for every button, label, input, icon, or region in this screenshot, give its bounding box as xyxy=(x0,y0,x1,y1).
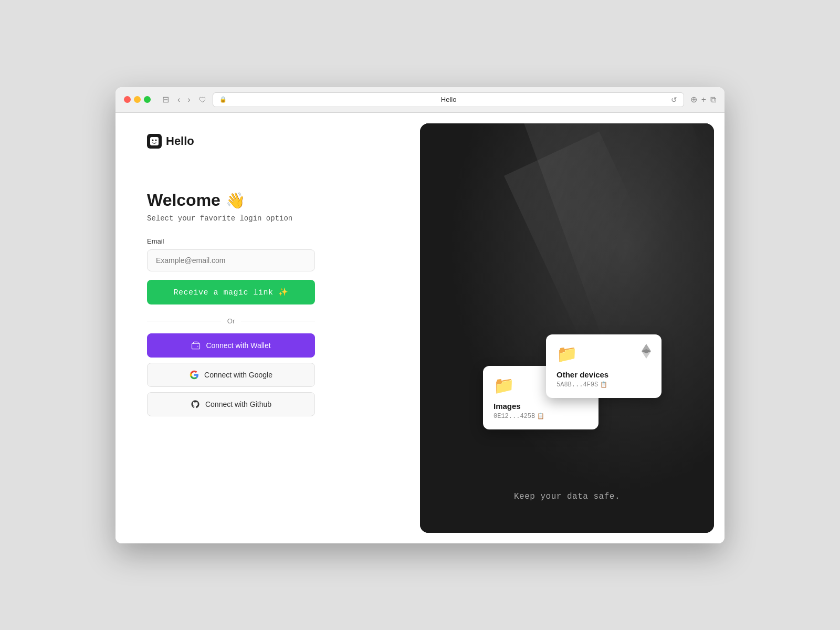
svg-rect-0 xyxy=(150,137,159,145)
browser-chrome: ⊟ ‹ › 🛡 🔒 Hello ↺ ⊕ + ⧉ xyxy=(116,87,724,113)
divider-line-right xyxy=(241,321,315,321)
divider: Or xyxy=(147,317,315,325)
sidebar-toggle-icon[interactable]: ⊟ xyxy=(162,94,169,104)
tabs-button[interactable]: ⧉ xyxy=(710,95,716,104)
welcome-heading: Welcome 👋 xyxy=(147,191,315,210)
minimize-button[interactable] xyxy=(134,96,141,103)
subtitle: Select your favorite login option xyxy=(147,214,315,223)
email-label: Email xyxy=(147,237,315,245)
new-tab-button[interactable]: + xyxy=(701,95,706,104)
shield-icon: 🛡 xyxy=(199,96,206,104)
card-header-2: 📁 xyxy=(556,344,651,364)
svg-point-2 xyxy=(155,139,157,141)
forward-button[interactable]: › xyxy=(185,94,192,106)
github-icon xyxy=(191,400,200,409)
wallet-btn-label: Connect with Wallet xyxy=(206,341,270,350)
card-hash-1: 0E12...425B 📋 xyxy=(494,413,588,420)
browser-content: Hello Welcome 👋 Select your favorite log… xyxy=(116,113,724,543)
download-button[interactable]: ⊕ xyxy=(690,94,697,104)
copy-icon-2[interactable]: 📋 xyxy=(600,381,607,388)
card-hash-text-2: 5A8B...4F9S xyxy=(556,381,598,388)
right-panel: 📁 Images xyxy=(420,123,714,533)
logo-text: Hello xyxy=(166,134,194,148)
tab-title: Hello xyxy=(230,96,668,103)
folder-icon-2: 📁 xyxy=(556,344,578,364)
github-btn-label: Connect with Github xyxy=(205,400,271,408)
google-btn-label: Connect with Google xyxy=(204,371,272,379)
card-hash-text-1: 0E12...425B xyxy=(494,413,535,420)
logo-icon xyxy=(147,134,162,149)
cards-area: 📁 Images xyxy=(472,324,662,471)
traffic-lights xyxy=(124,96,151,103)
lock-icon: 🔒 xyxy=(219,96,227,103)
wave-emoji: 👋 xyxy=(226,191,245,209)
maximize-button[interactable] xyxy=(144,96,151,103)
svg-rect-3 xyxy=(192,343,200,349)
google-icon xyxy=(190,370,199,380)
magic-link-button[interactable]: Receive a magic link ✨ xyxy=(147,280,315,304)
eth-icon-2 xyxy=(642,344,651,361)
divider-text: Or xyxy=(227,317,235,325)
tagline: Keep your data safe. xyxy=(514,492,620,501)
wallet-icon xyxy=(191,341,201,350)
form-area: Welcome 👋 Select your favorite login opt… xyxy=(147,191,315,422)
browser-actions: ⊕ + ⧉ xyxy=(690,94,716,104)
logo-area: Hello xyxy=(147,134,388,149)
left-panel: Hello Welcome 👋 Select your favorite log… xyxy=(116,113,420,543)
address-bar[interactable]: 🔒 Hello ↺ xyxy=(213,92,684,107)
card-name-2: Other devices xyxy=(556,370,651,379)
connect-wallet-button[interactable]: Connect with Wallet xyxy=(147,333,315,358)
browser-window: ⊟ ‹ › 🛡 🔒 Hello ↺ ⊕ + ⧉ xyxy=(116,87,724,543)
logo-svg xyxy=(150,136,159,146)
browser-nav: ‹ › xyxy=(175,94,193,106)
svg-point-1 xyxy=(152,139,154,141)
refresh-button[interactable]: ↺ xyxy=(671,96,677,104)
email-input[interactable] xyxy=(147,249,315,271)
connect-google-button[interactable]: Connect with Google xyxy=(147,363,315,387)
folder-icon-1: 📁 xyxy=(494,375,514,395)
divider-line-left xyxy=(147,321,221,321)
back-button[interactable]: ‹ xyxy=(175,94,182,106)
welcome-text: Welcome xyxy=(147,191,220,210)
folder-card-other: 📁 Other devices 5A8B...4F9 xyxy=(546,334,662,398)
right-panel-content: 📁 Images xyxy=(420,324,714,501)
card-hash-2: 5A8B...4F9S 📋 xyxy=(556,381,651,388)
ethereum-icon-2 xyxy=(642,344,651,359)
connect-github-button[interactable]: Connect with Github xyxy=(147,392,315,416)
card-name-1: Images xyxy=(494,402,588,411)
copy-icon-1[interactable]: 📋 xyxy=(537,413,544,419)
close-button[interactable] xyxy=(124,96,131,103)
